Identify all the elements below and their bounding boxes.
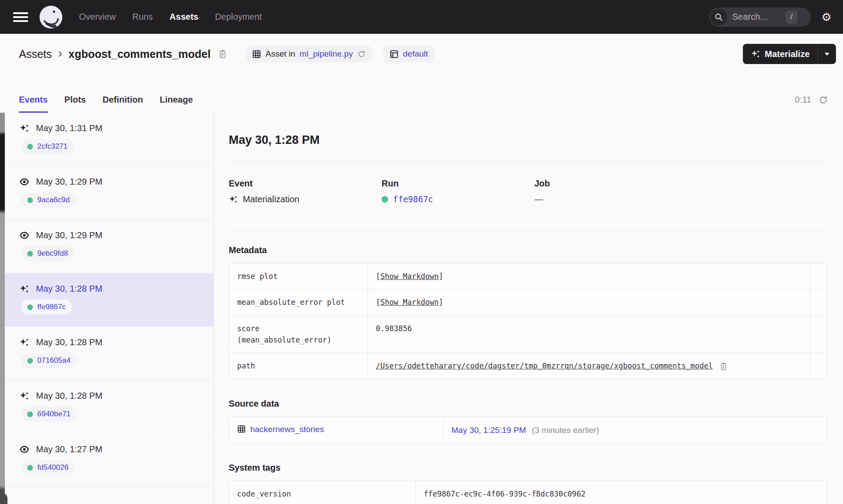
metadata-key-line: (mean_absolute_error) [237, 334, 360, 346]
source-asset-link[interactable]: hackernews_stories [237, 423, 324, 436]
table-row: score (mean_absolute_error) 0.983856 [229, 315, 827, 353]
event-title: May 30, 1:28 PM [229, 133, 827, 147]
event-list-item[interactable]: May 30, 1:28 PM 6940be71 [0, 380, 213, 434]
event-type-value: Materialization [243, 194, 299, 204]
run-id-link[interactable]: 9ebc9fd8 [37, 249, 68, 258]
reload-icon[interactable] [357, 50, 366, 58]
run-id-link[interactable]: 9aca6c9d [37, 196, 70, 204]
run-id-badge[interactable]: 6940be71 [21, 407, 77, 422]
sparkle-icon [19, 391, 29, 401]
tab-lineage[interactable]: Lineage [160, 95, 193, 113]
source-asset-name[interactable]: hackernews_stories [250, 423, 324, 436]
run-status-dot [382, 196, 388, 203]
event-date: May 30, 1:28 PM [36, 337, 102, 347]
search-icon [710, 9, 727, 25]
metadata-action-cell [811, 290, 827, 315]
run-id-badge[interactable]: 9aca6c9d [21, 193, 76, 207]
metadata-heading: Metadata [229, 245, 827, 255]
show-markdown-link[interactable]: Show Markdown [380, 298, 439, 307]
source-timestamp-link[interactable]: May 30, 1:25:19 PM [451, 425, 526, 435]
materialize-dropdown-button[interactable] [818, 44, 836, 64]
sparkle-icon [751, 49, 760, 59]
refresh-icon[interactable] [818, 95, 828, 105]
source-asset-cell: hackernews_stories [229, 417, 443, 443]
nav-item-deployment[interactable]: Deployment [215, 12, 262, 22]
primary-nav: Overview Runs Assets Deployment [79, 12, 262, 22]
tab-events[interactable]: Events [19, 95, 48, 113]
metadata-key-line: score [237, 323, 360, 334]
breadcrumb-assets-link[interactable]: Assets [19, 48, 52, 61]
divider [229, 232, 827, 232]
bracket: [ [376, 298, 380, 307]
run-label: Run [382, 179, 534, 189]
nav-item-assets[interactable]: Assets [169, 12, 198, 22]
pipeline-file-link[interactable]: ml_pipeline.py [299, 49, 353, 59]
metadata-value: [Show Markdown] [368, 290, 811, 315]
event-list-item[interactable]: May 30, 1:27 PM fd540026 [0, 434, 213, 487]
run-status-dot [27, 197, 33, 203]
materialize-label: Materialize [765, 49, 810, 59]
asset-header: Assets › xgboost_comments_model [0, 34, 843, 74]
asset-name: xgboost_comments_model [68, 48, 211, 61]
materialize-split-button: Materialize [743, 44, 836, 64]
event-list: May 30, 1:31 PM 2cfc3271 May 30, 1:29 PM… [0, 113, 214, 504]
event-summary: Event Materialization Run ffe9867c [229, 179, 827, 204]
copy-icon[interactable] [719, 361, 728, 371]
event-list-item[interactable]: May 30, 1:29 PM 9ebc9fd8 [0, 220, 213, 273]
show-markdown-link[interactable]: Show Markdown [380, 272, 439, 281]
metadata-key: score (mean_absolute_error) [229, 315, 368, 353]
sparkle-icon [19, 337, 29, 347]
event-list-item[interactable]: May 30, 1:28 PM 071605a4 [0, 327, 213, 380]
tab-definition[interactable]: Definition [103, 95, 143, 113]
table-row: path /Users/odetteharary/code/dagster/tm… [229, 353, 827, 379]
run-id-badge[interactable]: 2cfc3271 [21, 139, 74, 154]
run-id-link[interactable]: ffe9867c [393, 194, 433, 204]
path-link[interactable]: /Users/odetteharary/code/dagster/tmp_0mz… [376, 360, 713, 372]
global-search[interactable]: / [709, 7, 811, 27]
metadata-value: /Users/odetteharary/code/dagster/tmp_0mz… [368, 353, 811, 379]
table-row: code_version ffe9867c-ec9c-4f06-939c-f8d… [229, 481, 827, 504]
source-relative-time: (3 minutes earlier) [532, 425, 599, 435]
run-id-link[interactable]: 071605a4 [37, 356, 71, 365]
table-row: hackernews_stories May 30, 1:25:19 PM (3… [229, 417, 827, 443]
search-input[interactable] [732, 12, 784, 22]
event-list-item[interactable]: May 30, 1:31 PM 2cfc3271 [0, 113, 213, 166]
chevron-right-icon: › [58, 46, 62, 61]
run-id-badge[interactable]: ffe9867c [21, 300, 72, 315]
run-id-link[interactable]: 2cfc3271 [37, 142, 68, 151]
run-id-link[interactable]: ffe9867c [37, 303, 66, 311]
eye-icon [19, 444, 29, 454]
event-date: May 30, 1:27 PM [36, 444, 102, 454]
nav-item-overview[interactable]: Overview [79, 12, 115, 22]
repo-default-link[interactable]: default [403, 49, 428, 59]
sparkle-icon [19, 123, 29, 133]
event-list-item[interactable]: May 30, 1:29 PM 9aca6c9d [0, 166, 213, 220]
tag-value: ffe9867c-ec9c-4f06-939c-f8dc830c0962 [416, 481, 827, 504]
metadata-key: mean_absolute_error plot [229, 290, 368, 315]
event-date: May 30, 1:29 PM [36, 230, 102, 240]
dagster-app: Overview Runs Assets Deployment / ⚙ Asse… [0, 0, 843, 504]
hamburger-menu-icon[interactable] [13, 12, 28, 22]
copy-icon[interactable] [218, 49, 227, 59]
metadata-value: [Show Markdown] [368, 264, 811, 290]
run-id-badge[interactable]: 071605a4 [21, 353, 77, 368]
event-list-item-selected[interactable]: May 30, 1:28 PM ffe9867c [0, 273, 213, 327]
gear-icon[interactable]: ⚙ [821, 11, 832, 23]
refresh-timer: 0:11 [795, 95, 811, 105]
run-status-dot [27, 251, 33, 257]
asset-table-icon [237, 425, 246, 433]
top-nav: Overview Runs Assets Deployment / ⚙ [0, 0, 843, 34]
run-status-dot [27, 304, 33, 310]
nav-item-runs[interactable]: Runs [132, 12, 153, 22]
run-id-link[interactable]: fd540026 [37, 463, 68, 472]
run-status-dot [27, 358, 33, 364]
run-id-badge[interactable]: 9ebc9fd8 [21, 246, 74, 261]
materialize-button[interactable]: Materialize [743, 44, 818, 64]
system-tags-heading: System tags [229, 463, 827, 473]
dagster-logo[interactable] [40, 6, 62, 29]
run-id-badge[interactable]: fd540026 [21, 460, 75, 475]
tab-plots[interactable]: Plots [65, 95, 86, 113]
asset-table-icon [252, 50, 261, 59]
run-id-link[interactable]: 6940be71 [37, 410, 71, 418]
event-date: May 30, 1:29 PM [36, 177, 102, 187]
